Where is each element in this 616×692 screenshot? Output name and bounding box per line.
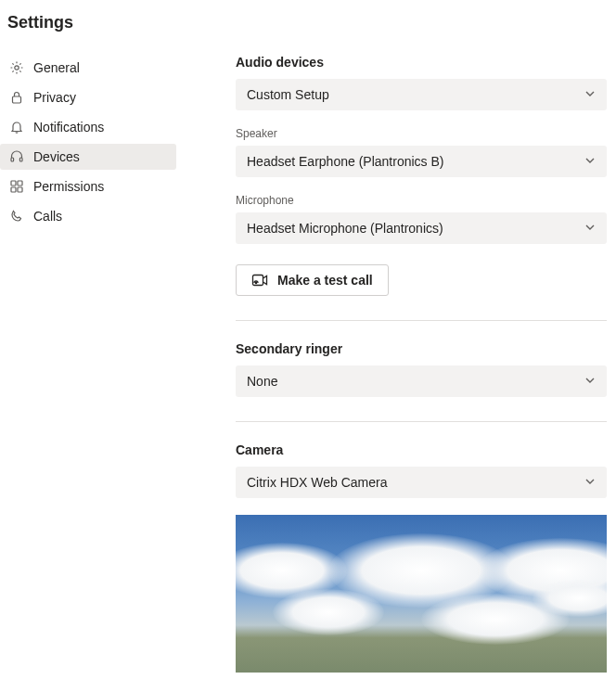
- svg-rect-1: [13, 96, 21, 103]
- secondary-ringer-value: None: [247, 374, 277, 389]
- sidebar-item-permissions[interactable]: Permissions: [0, 173, 176, 199]
- chevron-down-icon: [584, 475, 596, 490]
- audio-setup-select[interactable]: Custom Setup: [236, 79, 607, 110]
- svg-rect-2: [11, 158, 14, 161]
- svg-rect-4: [11, 181, 16, 186]
- section-divider: [236, 320, 607, 321]
- speaker-value: Headset Earphone (Plantronics B): [247, 154, 443, 169]
- svg-rect-6: [11, 187, 16, 192]
- camera-heading: Camera: [236, 442, 607, 457]
- sidebar-item-privacy[interactable]: Privacy: [0, 84, 176, 110]
- audio-devices-heading: Audio devices: [236, 55, 607, 70]
- microphone-value: Headset Microphone (Plantronics): [247, 221, 443, 236]
- svg-rect-3: [19, 158, 22, 161]
- devices-panel: Audio devices Custom Setup Speaker Heads…: [176, 55, 616, 673]
- headset-icon: [9, 149, 24, 164]
- camera-value: Citrix HDX Web Camera: [247, 475, 387, 490]
- speaker-label: Speaker: [236, 127, 607, 140]
- chevron-down-icon: [584, 374, 596, 389]
- svg-point-0: [15, 66, 19, 70]
- page-title: Settings: [0, 0, 616, 32]
- make-test-call-label: Make a test call: [277, 273, 373, 288]
- apps-icon: [9, 179, 24, 194]
- chevron-down-icon: [584, 87, 596, 102]
- chevron-down-icon: [584, 221, 596, 236]
- secondary-ringer-select[interactable]: None: [236, 365, 607, 397]
- sidebar-item-devices[interactable]: Devices: [0, 144, 176, 170]
- svg-point-9: [255, 282, 256, 283]
- microphone-select[interactable]: Headset Microphone (Plantronics): [236, 212, 607, 244]
- bell-icon: [9, 120, 24, 135]
- sidebar-item-notifications[interactable]: Notifications: [0, 114, 176, 140]
- svg-rect-5: [18, 181, 22, 186]
- lock-icon: [9, 90, 24, 105]
- sidebar-item-label: Privacy: [33, 90, 76, 105]
- camera-preview: [236, 515, 607, 673]
- sidebar-item-label: General: [33, 60, 80, 75]
- make-test-call-button[interactable]: Make a test call: [236, 264, 389, 296]
- sidebar-item-calls[interactable]: Calls: [0, 203, 176, 229]
- gear-icon: [9, 60, 24, 75]
- sidebar-item-general[interactable]: General: [0, 55, 176, 81]
- speaker-select[interactable]: Headset Earphone (Plantronics B): [236, 146, 607, 177]
- sidebar-item-label: Notifications: [33, 120, 104, 135]
- camera-select[interactable]: Citrix HDX Web Camera: [236, 467, 607, 498]
- sidebar-item-label: Devices: [33, 149, 80, 164]
- svg-rect-8: [253, 276, 263, 286]
- settings-sidebar: General Privacy Notifications Devices Pe…: [0, 55, 176, 673]
- section-divider: [236, 421, 607, 422]
- secondary-ringer-heading: Secondary ringer: [236, 341, 607, 356]
- test-call-icon: [251, 273, 268, 288]
- chevron-down-icon: [584, 154, 596, 169]
- svg-rect-7: [18, 187, 22, 192]
- phone-icon: [9, 209, 24, 224]
- audio-setup-value: Custom Setup: [247, 87, 329, 102]
- sidebar-item-label: Permissions: [33, 179, 104, 194]
- microphone-label: Microphone: [236, 194, 607, 207]
- sidebar-item-label: Calls: [33, 209, 62, 224]
